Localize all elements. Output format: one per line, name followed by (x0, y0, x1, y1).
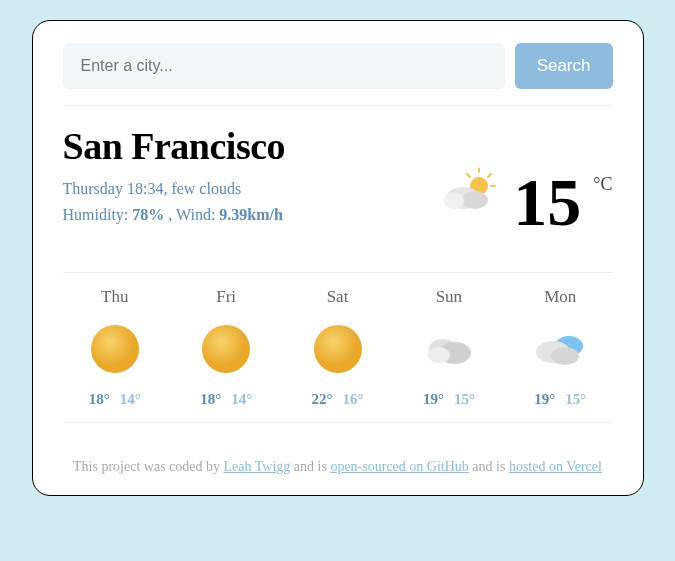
weather-details: Thursday 18:34, few clouds Humidity: 78%… (63, 176, 283, 227)
search-form: Search (63, 43, 613, 89)
forecast-day: Thu18°14° (63, 287, 168, 408)
svg-point-9 (428, 347, 450, 363)
forecast-day: Fri18°14° (174, 287, 279, 408)
forecast-high: 18° (89, 391, 110, 407)
scattered-clouds-icon (397, 321, 502, 377)
clear-sky-icon (174, 321, 279, 377)
forecast-day: Mon19°15° (508, 287, 613, 408)
forecast-high: 19° (534, 391, 555, 407)
author-link[interactable]: Leah Twigg (224, 459, 291, 474)
forecast-low: 15° (454, 391, 475, 407)
humidity-label: Humidity: (63, 206, 129, 223)
few-clouds-day-icon (508, 321, 613, 377)
vercel-link[interactable]: hosted on Vercel (509, 459, 602, 474)
footer-mid2: and is (469, 459, 509, 474)
forecast-day: Sat22°16° (285, 287, 390, 408)
footer-mid1: and is (290, 459, 330, 474)
svg-point-2 (462, 191, 488, 209)
forecast-day-name: Sun (397, 287, 502, 307)
wind-value: 9.39km/h (219, 206, 283, 223)
city-name: San Francisco (63, 124, 613, 168)
forecast-low: 15° (565, 391, 586, 407)
current-condition: few clouds (171, 180, 241, 197)
forecast-day-name: Fri (174, 287, 279, 307)
few-clouds-icon (439, 168, 501, 222)
forecast-day-name: Thu (63, 287, 168, 307)
current-datetime: Thursday 18:34 (63, 180, 164, 197)
weather-card: Search San Francisco Thursday 18:34, few… (32, 20, 644, 496)
forecast-day-name: Mon (508, 287, 613, 307)
forecast-high: 22° (312, 391, 333, 407)
forecast-temps: 18°14° (63, 391, 168, 408)
current-weather-row: Thursday 18:34, few clouds Humidity: 78%… (63, 168, 613, 236)
temperature-block: 15 °C (439, 168, 612, 236)
footer-prefix: This project was coded by (73, 459, 223, 474)
temperature-unit: °C (593, 174, 612, 195)
footer-credit: This project was coded by Leah Twigg and… (63, 459, 613, 475)
forecast-low: 14° (231, 391, 252, 407)
svg-point-6 (314, 325, 362, 373)
forecast-temps: 19°15° (508, 391, 613, 408)
divider (63, 105, 613, 106)
forecast-day: Sun19°15° (397, 287, 502, 408)
temperature-value: 15 (513, 168, 581, 236)
forecast-temps: 22°16° (285, 391, 390, 408)
forecast-high: 19° (423, 391, 444, 407)
wind-label: Wind: (176, 206, 215, 223)
svg-point-3 (444, 193, 464, 209)
forecast-row: Thu18°14°Fri18°14°Sat22°16°Sun19°15°Mon1… (63, 272, 613, 423)
forecast-day-name: Sat (285, 287, 390, 307)
search-button[interactable]: Search (515, 43, 613, 89)
forecast-low: 16° (343, 391, 364, 407)
forecast-temps: 19°15° (397, 391, 502, 408)
forecast-low: 14° (120, 391, 141, 407)
svg-point-4 (91, 325, 139, 373)
search-input[interactable] (63, 43, 505, 89)
svg-point-12 (551, 347, 579, 365)
humidity-value: 78% (132, 206, 164, 223)
sep-comma: , (168, 206, 176, 223)
svg-point-5 (202, 325, 250, 373)
forecast-temps: 18°14° (174, 391, 279, 408)
clear-sky-icon (63, 321, 168, 377)
forecast-high: 18° (200, 391, 221, 407)
clear-sky-icon (285, 321, 390, 377)
github-link[interactable]: open-sourced on GitHub (330, 459, 468, 474)
